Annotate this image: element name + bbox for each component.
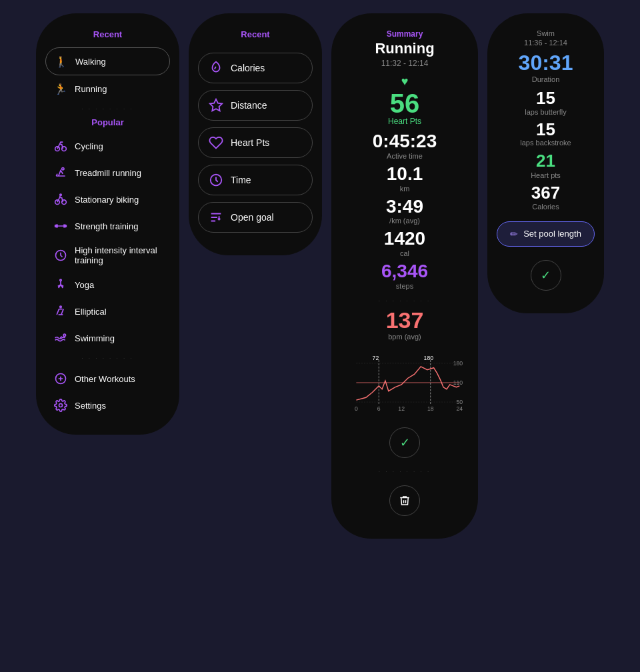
- goal-heart-pts[interactable]: Heart Pts: [198, 127, 313, 158]
- goal-calories[interactable]: Calories: [198, 53, 313, 83]
- heart-rate-chart: 72 180 180 110 50 0 6 12 18 24: [341, 347, 469, 421]
- heart-icon-green: ♥: [401, 75, 409, 89]
- workout-hiit[interactable]: High intensity interval training: [45, 239, 170, 271]
- calories-label: Calories: [231, 63, 265, 73]
- divider-1: · · · · · · · ·: [45, 106, 170, 112]
- svg-point-8: [60, 306, 62, 308]
- svg-text:18: 18: [427, 405, 434, 412]
- pace-value: 3:49: [386, 197, 423, 217]
- running-icon: 🏃: [53, 81, 68, 96]
- running-time-range: 11:32 - 12:14: [381, 59, 429, 68]
- divider-2: · · · · · · · ·: [45, 355, 170, 361]
- workout-treadmill[interactable]: Treadmill running: [45, 159, 170, 186]
- distance-value: 10.1: [387, 164, 423, 185]
- workout-walking[interactable]: 🚶 Walking: [45, 47, 170, 75]
- svg-text:180: 180: [424, 355, 434, 361]
- confirm-swim-button[interactable]: ✓: [531, 260, 561, 291]
- swim-duration-label: Duration: [532, 75, 560, 83]
- elliptical-label: Elliptical: [75, 307, 107, 317]
- swim-title: Swim: [537, 29, 555, 37]
- active-time-label: Active time: [387, 152, 423, 160]
- elliptical-icon: [53, 304, 68, 319]
- workout-settings[interactable]: Settings: [45, 392, 170, 419]
- set-pool-label: Set pool length: [523, 229, 581, 239]
- svg-point-11: [59, 404, 63, 407]
- workout-other[interactable]: Other Workouts: [45, 365, 170, 392]
- swim-calories: 367: [531, 183, 560, 203]
- svg-text:72: 72: [373, 355, 379, 361]
- bpm-value: 137: [386, 308, 424, 333]
- set-pool-length-button[interactable]: ✏ Set pool length: [497, 221, 595, 247]
- workout-elliptical[interactable]: Elliptical: [45, 298, 170, 325]
- swimming-label: Swimming: [75, 333, 115, 343]
- calories-icon: [208, 60, 224, 76]
- strength-label: Strength training: [75, 221, 138, 231]
- workout-cycling[interactable]: Cycling: [45, 133, 170, 159]
- hiit-icon: [53, 248, 68, 263]
- open-goal-label: Open goal: [231, 212, 274, 223]
- edit-icon: ✏: [510, 229, 518, 239]
- calories-value: 1420: [384, 229, 425, 249]
- goal-distance[interactable]: Distance: [198, 90, 313, 121]
- other-workouts-label: Other Workouts: [75, 374, 135, 384]
- running-summary-panel: Summary Running 11:32 - 12:14 ♥ 56 Heart…: [331, 13, 478, 539]
- distance-icon: [208, 97, 224, 113]
- workout-swimming[interactable]: Swimming: [45, 325, 170, 351]
- workout-running[interactable]: 🏃 Running: [45, 75, 170, 102]
- swim-heart-pts: 21: [536, 151, 555, 171]
- swim-time-range: 11:36 - 12:14: [524, 39, 567, 47]
- svg-text:12: 12: [398, 405, 405, 412]
- running-title: Running: [375, 40, 434, 57]
- active-time-value: 0:45:23: [373, 131, 437, 152]
- svg-point-9: [63, 334, 65, 336]
- confirm-run-button[interactable]: ✓: [389, 427, 420, 458]
- svg-point-3: [55, 200, 60, 205]
- workout-stationary-biking[interactable]: Stationary biking: [45, 186, 170, 213]
- goal-time[interactable]: Time: [198, 165, 313, 195]
- summary-label: Summary: [387, 29, 423, 39]
- distance-unit: km: [400, 185, 410, 193]
- workout-strength[interactable]: Strength training: [45, 213, 170, 239]
- open-goal-icon: [208, 209, 224, 225]
- stationary-biking-label: Stationary biking: [75, 195, 139, 205]
- workout-running-label: Running: [75, 84, 107, 94]
- svg-text:180: 180: [453, 360, 463, 367]
- delete-run-button[interactable]: [389, 485, 420, 516]
- steps-value: 6,346: [381, 261, 428, 282]
- calories-label: cal: [400, 249, 409, 257]
- svg-text:0: 0: [355, 405, 358, 412]
- svg-text:6: 6: [377, 405, 381, 412]
- settings-label: Settings: [75, 401, 106, 411]
- goal-panel-title: Recent: [198, 29, 313, 39]
- heart-pts-icon: [208, 135, 224, 151]
- heart-rate-svg: 72 180 180 110 50 0 6 12 18 24: [343, 353, 466, 413]
- cycling-icon: [53, 139, 68, 153]
- swim-summary-panel: Swim 11:36 - 12:14 30:31 Duration 15 lap…: [487, 13, 604, 313]
- workout-yoga[interactable]: Yoga: [45, 271, 170, 298]
- cycling-label: Cycling: [75, 141, 103, 151]
- yoga-icon: [53, 277, 68, 292]
- time-icon: [208, 172, 224, 188]
- distance-label: Distance: [231, 100, 267, 111]
- time-label: Time: [231, 175, 251, 185]
- heart-pts-value: 56: [390, 90, 420, 117]
- swim-calories-label: Calories: [532, 203, 559, 211]
- heart-pts-label: Heart Pts: [231, 137, 269, 148]
- other-icon: [53, 371, 68, 386]
- steps-label: steps: [396, 282, 413, 290]
- walking-icon: 🚶: [54, 54, 69, 69]
- stationary-biking-icon: [53, 192, 68, 207]
- goal-open[interactable]: Open goal: [198, 202, 313, 233]
- svg-text:24: 24: [456, 405, 463, 412]
- divider-4: · · · · · · · ·: [379, 469, 431, 475]
- workout-walking-label: Walking: [75, 57, 106, 67]
- laps-butterfly-label: laps butterfly: [525, 108, 566, 116]
- strength-icon: [53, 219, 68, 233]
- settings-icon: [53, 398, 68, 413]
- svg-text:50: 50: [456, 399, 463, 405]
- divider-3: · · · · · · · ·: [379, 298, 431, 304]
- recent-title: Recent: [45, 29, 170, 39]
- swimming-icon: [53, 331, 68, 345]
- laps-backstroke-label: laps backstroke: [520, 139, 571, 147]
- treadmill-label: Treadmill running: [75, 168, 141, 178]
